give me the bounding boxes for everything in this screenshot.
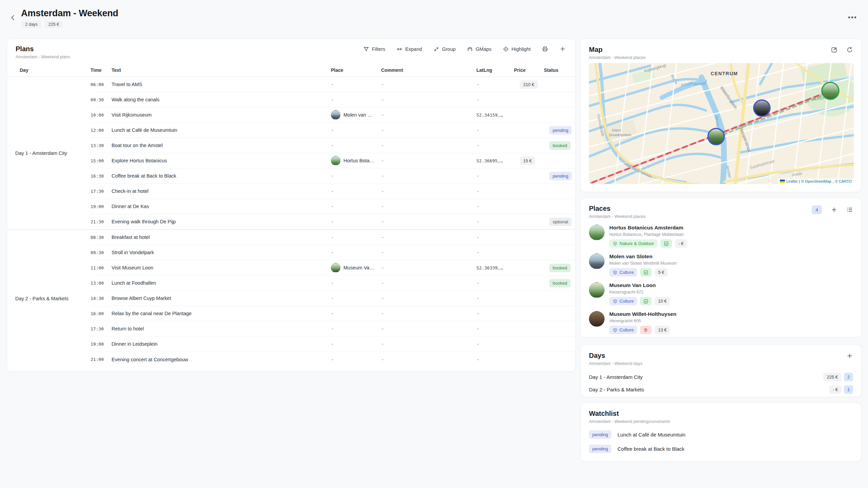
plan-row[interactable]: 12:00Lunch at Café de Museumtuin---pendi… xyxy=(91,123,576,138)
add-day-button[interactable] xyxy=(846,352,853,359)
toolbar-expand-button[interactable]: Expand xyxy=(396,46,422,52)
plan-row[interactable]: 14:30Browse Albert Cuyp Market--- xyxy=(91,291,576,306)
plan-time: 16:30 xyxy=(91,174,112,179)
plan-row[interactable]: 06:00Travel to AMS---210 € xyxy=(91,77,576,92)
plan-time: 13:30 xyxy=(91,143,112,148)
plan-row[interactable]: 13:30Boat tour on the Amstel---booked xyxy=(91,138,576,153)
place-list-item[interactable]: Museum Willet-HolthuysenHerengracht 605C… xyxy=(581,311,861,334)
plan-status: booked xyxy=(544,264,576,272)
trip-badges: 2 days 225 € xyxy=(21,21,63,28)
marker-museum-garden[interactable] xyxy=(708,128,724,145)
plan-comment: - xyxy=(381,173,476,179)
plan-row[interactable]: 21:00Evening concert at Concertgebouw--- xyxy=(91,352,576,367)
toolbar-gmaps-button[interactable]: GMaps xyxy=(467,46,492,52)
place-price-badge: - € xyxy=(675,239,687,248)
plan-row[interactable]: 19:00Dinner in Leidseplein--- xyxy=(91,337,576,352)
plan-row[interactable]: 09:30Walk along the canals--- xyxy=(91,92,576,107)
plan-latlng: - xyxy=(476,234,514,240)
plan-row[interactable]: 09:30Stroll in Vondelpark--- xyxy=(91,245,576,260)
column-header-time[interactable]: Time xyxy=(91,67,112,73)
map-canvas[interactable]: KrijtbergbrugRokinAmstelAmstelCENTRUMWat… xyxy=(589,63,854,184)
column-header-latlng[interactable]: LatLng xyxy=(476,67,514,73)
print-button[interactable] xyxy=(542,46,548,52)
plan-row[interactable]: 08:30Breakfast at hotel--- xyxy=(91,230,576,245)
places-list-view-button[interactable] xyxy=(846,206,853,213)
watchlist-item[interactable]: pendingCoffee break at Back to Black xyxy=(581,442,861,455)
plan-row[interactable]: 15:00Explore Hortus BotanicusHortus Bota… xyxy=(91,153,576,168)
plan-latlng: - xyxy=(476,142,514,148)
plan-row[interactable]: 11:00Visit Museum LoonMuseum Va…-52.3633… xyxy=(91,260,576,276)
add-place-button[interactable] xyxy=(831,206,837,213)
watchlist-subtitle: Amsterdam - Weekend pending/constraints xyxy=(589,419,853,424)
plan-latlng: - xyxy=(476,357,514,363)
place-name: Museum Van Loon xyxy=(609,282,670,288)
place-name: Museum Va… xyxy=(343,265,374,270)
watchlist-text: Coffee break at Back to Black xyxy=(617,446,684,452)
plan-time: 06:00 xyxy=(91,82,112,87)
plan-latlng: - xyxy=(476,203,514,209)
app-header: Amsterdam - Weekend 2 days 225 € ••• xyxy=(0,0,868,34)
plan-place: - xyxy=(331,250,381,255)
toolbar-group-button[interactable]: Group xyxy=(433,46,456,52)
plan-row[interactable]: 17:30Return to hotel--- xyxy=(91,321,576,337)
toolbar-highlight-button[interactable]: Highlight xyxy=(503,46,531,52)
toolbar-filters-button[interactable]: Filters xyxy=(363,46,385,52)
day-list-item[interactable]: Day 2 - Parks & Markets- €1 xyxy=(581,383,861,396)
carto-link[interactable]: © CARTO xyxy=(835,179,852,183)
plan-place: Hortus Bota… xyxy=(331,156,381,165)
column-header-comment[interactable]: Comment xyxy=(381,67,476,73)
map-fullscreen-button[interactable] xyxy=(831,46,837,53)
map-refresh-button[interactable] xyxy=(846,46,853,53)
empty-value: - xyxy=(331,97,333,102)
watchlist-item[interactable]: pendingLunch at Café de Museumtuin xyxy=(581,428,861,441)
watchlist-text: Lunch at Café de Museumtuin xyxy=(617,432,685,438)
place-list-item[interactable]: Hortus Botanicus AmsterdamHortus Botanic… xyxy=(581,225,861,248)
place-list-item[interactable]: Molen van SlotenMolen van Sloten Windmil… xyxy=(581,253,861,277)
plan-comment: - xyxy=(381,142,476,148)
column-header-text[interactable]: Text xyxy=(112,67,331,73)
column-header-status[interactable]: Status xyxy=(544,67,576,73)
latlng-value: 52.34159,… xyxy=(476,113,503,118)
printer-icon xyxy=(542,46,548,52)
plan-latlng: - xyxy=(476,280,514,286)
more-menu-button[interactable]: ••• xyxy=(848,14,857,21)
empty-value: - xyxy=(381,173,383,179)
plan-row[interactable]: 21:30Evening walk through De Pijp---opti… xyxy=(91,214,576,229)
plan-latlng: - xyxy=(476,341,514,347)
column-header-price[interactable]: Price xyxy=(514,67,544,73)
osm-link[interactable]: © OpenStreetMap xyxy=(801,179,831,183)
status-badge: pending xyxy=(549,172,572,180)
plan-row[interactable]: 16:30Coffee break at Back to Black---pen… xyxy=(91,168,576,184)
back-button[interactable] xyxy=(8,13,18,22)
plan-status: optional xyxy=(544,218,576,226)
marker-museum-interior[interactable] xyxy=(754,100,770,116)
duration-badge: 2 days xyxy=(21,21,41,28)
leaflet-link[interactable]: Leaflet xyxy=(786,179,797,183)
day-list-item[interactable]: Day 1 - Amsterdam City225 €2 xyxy=(581,371,861,383)
collapse-icon xyxy=(433,46,439,52)
plan-place: - xyxy=(331,235,381,240)
place-address: Molen van Sloten Windmill Museum xyxy=(609,261,677,266)
plan-row[interactable]: 13:00Lunch at Foodhallen---booked xyxy=(91,276,576,291)
add-plan-button[interactable] xyxy=(559,46,566,52)
column-header-day[interactable]: Day xyxy=(7,67,91,73)
plan-place: - xyxy=(331,357,381,362)
plan-row[interactable]: 17:30Check-in at hotel--- xyxy=(91,184,576,199)
funnel-icon xyxy=(363,46,369,52)
plan-row[interactable]: 16:00Relax by the canal near De Plantage… xyxy=(91,306,576,321)
plan-latlng: - xyxy=(476,310,514,317)
empty-value: - xyxy=(331,326,333,331)
plus-icon xyxy=(831,206,837,213)
empty-value: - xyxy=(476,188,479,194)
marker-hortus-botanicus[interactable] xyxy=(822,82,839,99)
plan-row[interactable]: 19:00Dinner at De Kas--- xyxy=(91,199,576,214)
place-list-item[interactable]: Museum Van LoonKeizersgracht 672Culture1… xyxy=(581,282,861,305)
plan-text: Evening walk through De Pijp xyxy=(112,219,331,224)
empty-value: - xyxy=(381,280,383,286)
watchlist-list: pendingLunch at Café de Museumtuinpendin… xyxy=(581,428,861,455)
empty-value: - xyxy=(476,357,479,362)
plan-row[interactable]: 10:00Visit RijksmuseumMolen van …-52.341… xyxy=(91,107,576,123)
plan-place: Museum Va… xyxy=(331,263,381,272)
plan-text: Explore Hortus Botanicus xyxy=(112,158,331,163)
column-header-place[interactable]: Place xyxy=(331,67,381,73)
